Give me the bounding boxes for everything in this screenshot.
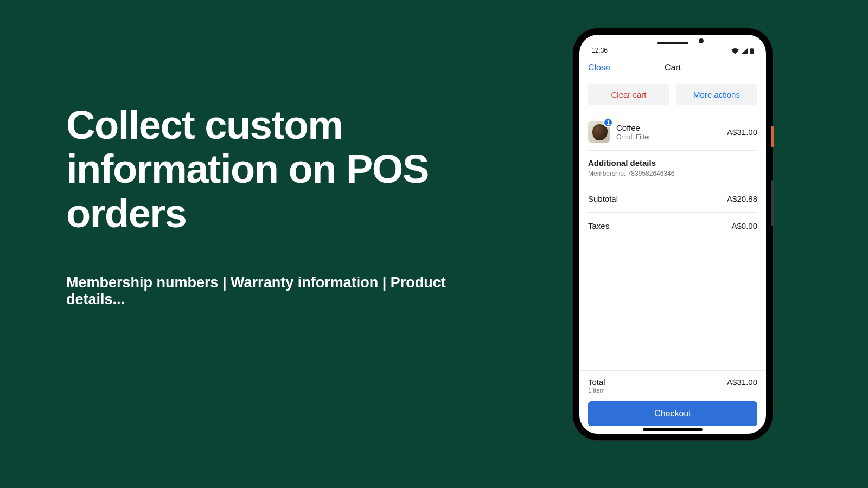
earpiece-speaker: [657, 42, 688, 44]
notch: [579, 35, 766, 51]
item-count: 1 Item: [588, 387, 605, 394]
total-label: Total: [588, 377, 605, 387]
cart-footer: Total 1 Item A$31.00 Checkout: [579, 370, 766, 434]
page-title: Cart: [665, 63, 681, 73]
marketing-panel: Collect custom information on POS orders…: [66, 103, 478, 308]
subheadline: Membership numbers | Warranty informatio…: [66, 274, 478, 308]
headline: Collect custom information on POS orders: [66, 103, 478, 235]
line-price: A$31.00: [727, 127, 757, 137]
checkout-button[interactable]: Checkout: [588, 401, 757, 426]
taxes-value: A$0.00: [731, 221, 757, 230]
cart-line-item[interactable]: 1 Coffee Grind: Filter A$31.00: [588, 113, 757, 151]
product-name: Coffee: [616, 123, 720, 132]
details-heading: Additional details: [588, 158, 757, 168]
product-variant: Grind: Filter: [616, 133, 720, 141]
taxes-row: Taxes A$0.00: [588, 213, 757, 239]
clear-cart-button[interactable]: Clear cart: [588, 84, 669, 105]
subtotal-value: A$20.88: [727, 194, 757, 203]
home-indicator[interactable]: [643, 428, 703, 431]
total-value: A$31.00: [727, 377, 757, 387]
quantity-badge: 1: [603, 118, 613, 127]
power-button: [771, 126, 774, 147]
front-camera: [699, 38, 704, 43]
action-row: Clear cart More actions: [588, 79, 757, 113]
phone-frame: 12:36 Close Cart Clear cart Mo: [573, 28, 773, 440]
subtotal-label: Subtotal: [588, 194, 618, 203]
more-actions-button[interactable]: More actions: [676, 84, 757, 105]
phone-screen: 12:36 Close Cart Clear cart Mo: [579, 35, 766, 434]
taxes-label: Taxes: [588, 221, 609, 230]
details-line: Membership: 7839582646346: [588, 170, 757, 177]
nav-bar: Close Cart: [579, 56, 766, 79]
close-button[interactable]: Close: [588, 63, 610, 73]
additional-details[interactable]: Additional details Membership: 783958264…: [588, 151, 757, 185]
subtotal-row: Subtotal A$20.88: [588, 185, 757, 213]
volume-button: [771, 180, 774, 226]
